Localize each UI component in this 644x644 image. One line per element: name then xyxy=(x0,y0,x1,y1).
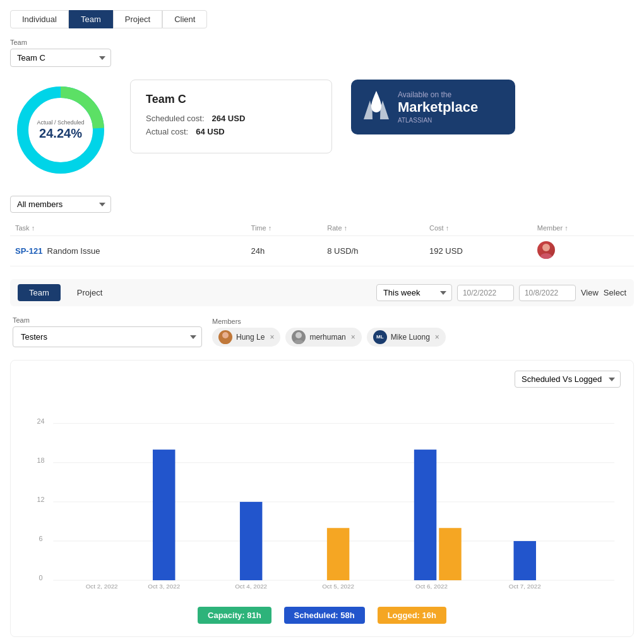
members-label: Members xyxy=(212,318,446,325)
members-filter-row: All members xyxy=(10,196,634,213)
select-label[interactable]: Select xyxy=(604,288,626,297)
members-filter-select[interactable]: All members xyxy=(10,196,111,213)
svg-point-7 xyxy=(295,332,302,338)
chart-dropdown-row: Scheduled Vs Logged Capacity Vs Logged xyxy=(23,371,621,388)
merhuman-avatar xyxy=(292,330,306,344)
data-table: Task ↑ Time ↑ Rate ↑ Cost ↑ Member ↑ SP-… xyxy=(10,220,634,266)
member-cell xyxy=(532,236,634,266)
task-link[interactable]: SP-121 xyxy=(15,246,42,256)
upper-section: Actual / Scheduled 24.24% Team C Schedul… xyxy=(10,80,634,181)
sec-tab-team[interactable]: Team xyxy=(18,284,61,301)
top-tabs: Individual Team Project Client xyxy=(10,10,634,28)
col-cost: Cost ↑ xyxy=(424,220,532,236)
svg-text:24: 24 xyxy=(37,417,45,425)
svg-text:Oct 4, 2022: Oct 4, 2022 xyxy=(235,583,267,590)
legend-logged: Logged: 16h xyxy=(378,607,446,624)
chart-type-select[interactable]: Scheduled Vs Logged Capacity Vs Logged xyxy=(515,371,621,388)
tab-project[interactable]: Project xyxy=(113,10,162,28)
team-select-section: Team Team C Team A Team B xyxy=(10,39,634,67)
svg-text:0: 0 xyxy=(39,574,43,581)
chart-legend: Capacity: 81h Scheduled: 58h Logged: 16h xyxy=(23,607,621,624)
svg-point-6 xyxy=(220,340,230,344)
tab-individual[interactable]: Individual xyxy=(10,10,69,28)
svg-text:Oct 5, 2022: Oct 5, 2022 xyxy=(322,583,354,590)
svg-text:18: 18 xyxy=(37,456,45,464)
merhuman-remove[interactable]: × xyxy=(351,333,355,342)
member-avatar xyxy=(537,241,555,259)
mike-luong-remove[interactable]: × xyxy=(435,333,439,342)
page: Individual Team Project Client Team Team… xyxy=(0,0,644,644)
actual-cost-label: Actual cost: xyxy=(146,127,188,136)
svg-text:Oct 2, 2022: Oct 2, 2022 xyxy=(86,583,118,590)
donut-label: Actual / Scheduled 24.24% xyxy=(37,119,84,141)
rate-cell: 8 USD/h xyxy=(322,236,424,266)
cost-cell: 192 USD xyxy=(424,236,532,266)
scheduled-cost-value: 264 USD xyxy=(212,114,246,123)
svg-text:12: 12 xyxy=(37,496,45,503)
donut-percentage: 24.24% xyxy=(37,126,84,141)
merhuman-name: merhuman xyxy=(309,333,345,342)
table-row: SP-121 Random Issue 24h 8 USD/h 192 USD xyxy=(10,236,634,266)
atlassian-logo-icon xyxy=(364,90,389,124)
bar-oct5-logged xyxy=(327,528,349,580)
bar-oct3-scheduled xyxy=(153,450,175,580)
bar-oct6-logged xyxy=(439,528,461,580)
mike-luong-name: Mike Luong xyxy=(391,333,430,342)
bar-chart-svg: 0 6 12 18 24 Oct 2, 2022 Oct 3, 2022 xyxy=(23,395,621,597)
team-dropdown-label: Team xyxy=(13,316,202,324)
donut-chart: Actual / Scheduled 24.24% xyxy=(10,80,111,181)
team-members-row: Team Testers Developers Members Hung Le … xyxy=(10,316,634,347)
svg-text:Oct 7, 2022: Oct 7, 2022 xyxy=(509,583,541,590)
sec-tab-project[interactable]: Project xyxy=(66,284,114,301)
week-select[interactable]: This week Last week Custom xyxy=(376,284,452,301)
team-dropdown[interactable]: Testers Developers xyxy=(13,326,202,347)
svg-point-3 xyxy=(542,244,550,251)
svg-point-8 xyxy=(294,340,304,344)
team-col: Team Testers Developers xyxy=(13,316,202,347)
svg-text:Oct 6, 2022: Oct 6, 2022 xyxy=(415,583,448,590)
tab-team[interactable]: Team xyxy=(69,10,113,28)
legend-capacity: Capacity: 81h xyxy=(198,607,271,624)
bar-oct7-scheduled xyxy=(514,541,536,580)
hung-le-avatar xyxy=(218,330,232,344)
atlassian-sub: ATLASSIAN xyxy=(398,117,478,124)
bar-oct4-scheduled xyxy=(240,502,262,580)
legend-scheduled: Scheduled: 58h xyxy=(284,607,365,624)
svg-text:Oct 3, 2022: Oct 3, 2022 xyxy=(148,583,180,590)
view-label: View xyxy=(581,288,599,297)
team-select[interactable]: Team C Team A Team B xyxy=(10,49,111,67)
tab-client[interactable]: Client xyxy=(162,10,207,28)
col-time: Time ↑ xyxy=(246,220,323,236)
bar-oct6-scheduled xyxy=(414,450,436,580)
info-card: Team C Scheduled cost: 264 USD Actual co… xyxy=(130,80,332,153)
chip-mike-luong: ML Mike Luong × xyxy=(367,328,446,347)
actual-cost-value: 64 USD xyxy=(196,127,225,136)
time-cell: 24h xyxy=(246,236,323,266)
col-task: Task ↑ xyxy=(10,220,246,236)
atlassian-available: Available on the xyxy=(398,90,478,99)
donut-area: Actual / Scheduled 24.24% xyxy=(10,80,111,181)
col-member: Member ↑ xyxy=(532,220,634,236)
scheduled-cost-label: Scheduled cost: xyxy=(146,114,205,123)
chip-hung-le: Hung Le × xyxy=(212,328,280,347)
col-rate: Rate ↑ xyxy=(322,220,424,236)
team-label: Team xyxy=(10,39,634,46)
atlassian-marketplace: Marketplace xyxy=(398,99,478,116)
chart-area: Scheduled Vs Logged Capacity Vs Logged 0… xyxy=(10,360,634,637)
svg-point-5 xyxy=(222,332,229,338)
mike-luong-avatar: ML xyxy=(373,330,387,344)
section-toolbar: Team Project This week Last week Custom … xyxy=(10,279,634,306)
task-cell: SP-121 Random Issue xyxy=(10,236,246,266)
task-desc: Random Issue xyxy=(47,246,100,256)
members-chips: Hung Le × merhuman × ML Mike Luong × xyxy=(212,328,446,347)
bar-chart-wrapper: 0 6 12 18 24 Oct 2, 2022 Oct 3, 2022 xyxy=(23,395,621,599)
info-team-name: Team C xyxy=(146,93,316,106)
chip-merhuman: merhuman × xyxy=(285,328,361,347)
date-end-input[interactable] xyxy=(519,285,576,301)
date-start-input[interactable] xyxy=(457,285,514,301)
atlassian-text: Available on the Marketplace ATLASSIAN xyxy=(398,90,478,124)
members-col: Members Hung Le × merhuman × xyxy=(212,318,446,347)
hung-le-remove[interactable]: × xyxy=(270,333,274,342)
donut-text: Actual / Scheduled xyxy=(37,119,84,126)
hung-le-name: Hung Le xyxy=(236,333,265,342)
